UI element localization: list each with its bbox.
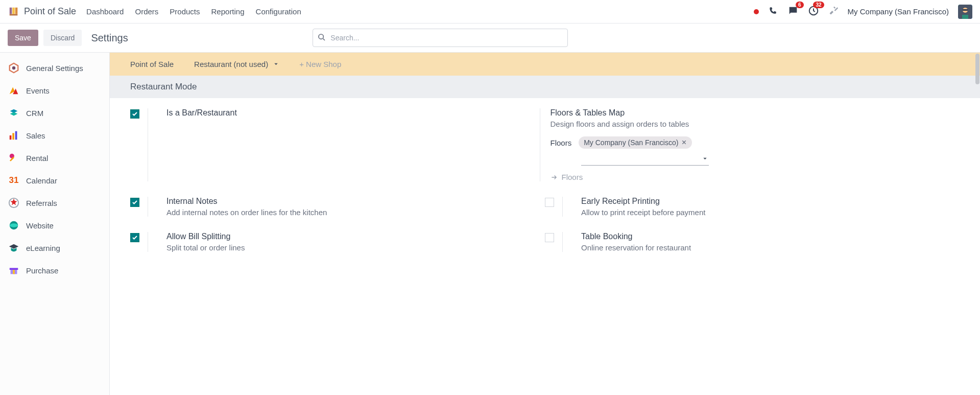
svg-rect-9 <box>12 133 14 140</box>
setting-bill-split: Allow Bill Splitting Split total or orde… <box>130 232 545 252</box>
sidebar-item-sales[interactable]: Sales <box>0 124 109 147</box>
floors-link[interactable]: Floors <box>551 173 960 181</box>
tools-icon[interactable] <box>828 6 839 17</box>
company-selector[interactable]: My Company (San Francisco) <box>848 7 949 16</box>
nav-dashboard[interactable]: Dashboard <box>86 7 124 16</box>
sidebar-item-referrals[interactable]: Referrals <box>0 192 109 214</box>
section-title: Restaurant Mode <box>130 82 197 91</box>
new-shop-button[interactable]: + New Shop <box>299 60 341 68</box>
setting-desc: Add internal notes on order lines for th… <box>166 208 327 217</box>
search-input[interactable] <box>313 29 568 47</box>
page-title: Settings <box>91 32 128 44</box>
svg-rect-16 <box>10 268 18 270</box>
setting-label: Early Receipt Printing <box>581 197 705 206</box>
sidebar-item-rental[interactable]: Rental <box>0 147 109 169</box>
nav-products[interactable]: Products <box>170 7 200 16</box>
sidebar-item-label: Sales <box>26 131 45 140</box>
svg-rect-4 <box>962 15 968 19</box>
arrow-right-icon <box>551 174 558 181</box>
settings-sidebar: General Settings Events CRM Sales Rental… <box>0 53 110 395</box>
check-icon <box>132 235 138 241</box>
check-icon <box>132 199 138 205</box>
nav-orders[interactable]: Orders <box>135 7 158 16</box>
setting-label: Table Booking <box>581 232 691 241</box>
website-icon <box>8 219 20 231</box>
setting-desc: Online reservation for restaurant <box>581 243 691 252</box>
sidebar-item-website[interactable]: Website <box>0 214 109 237</box>
svg-rect-10 <box>15 131 17 140</box>
calendar-icon: 31 <box>8 174 20 187</box>
phone-icon[interactable] <box>768 6 778 17</box>
checkbox-early-receipt[interactable] <box>545 198 554 207</box>
floor-tag-label: My Company (San Francisco) <box>584 138 678 147</box>
sidebar-item-label: Website <box>26 221 54 230</box>
sidebar-item-crm[interactable]: CRM <box>0 102 109 124</box>
topnav-right: 6 32 My Company (San Francisco) <box>754 5 972 19</box>
floors-link-label: Floors <box>562 173 583 181</box>
setting-label: Allow Bill Splitting <box>166 232 245 241</box>
sidebar-item-label: Events <box>26 86 50 95</box>
sidebar-item-events[interactable]: Events <box>0 79 109 102</box>
save-button[interactable]: Save <box>8 30 38 46</box>
recording-indicator-icon <box>754 9 759 14</box>
check-icon <box>132 111 138 117</box>
pos-shop-selected: Restaurant (not used) <box>194 60 268 68</box>
sidebar-item-label: Calendar <box>26 176 57 185</box>
brand[interactable]: Point of Sale <box>8 6 76 18</box>
search-wrap <box>313 29 568 47</box>
settings-body: Is a Bar/Restaurant Floors & Tables Map … <box>110 98 980 277</box>
discard-button[interactable]: Discard <box>43 30 82 46</box>
setting-internal-notes: Internal Notes Add internal notes on ord… <box>130 197 545 217</box>
purchase-icon <box>8 264 20 276</box>
sidebar-item-label: Rental <box>26 154 48 162</box>
nav-configuration[interactable]: Configuration <box>256 7 301 16</box>
pos-selector-bar: Point of Sale Restaurant (not used) + Ne… <box>110 53 980 76</box>
pos-shop-select[interactable]: Restaurant (not used) <box>194 60 279 68</box>
svg-rect-3 <box>963 9 968 11</box>
messages-icon[interactable]: 6 <box>787 5 799 18</box>
settings-row: Is a Bar/Restaurant Floors & Tables Map … <box>130 108 960 181</box>
nav-reporting[interactable]: Reporting <box>211 7 245 16</box>
checkbox-table-booking[interactable] <box>545 233 554 242</box>
content: Point of Sale Restaurant (not used) + Ne… <box>110 53 980 395</box>
pos-logo-icon <box>8 6 20 18</box>
svg-rect-18 <box>13 270 15 274</box>
svg-point-5 <box>319 34 323 39</box>
setting-label: Is a Bar/Restaurant <box>166 108 237 118</box>
setting-is-bar: Is a Bar/Restaurant <box>130 108 540 181</box>
rental-icon <box>8 152 20 164</box>
top-nav: Point of Sale Dashboard Orders Products … <box>0 0 980 24</box>
pos-bar-label: Point of Sale <box>130 60 174 68</box>
sidebar-item-label: eLearning <box>26 244 60 252</box>
checkbox-internal-notes[interactable] <box>130 198 139 207</box>
scrollbar[interactable] <box>975 53 980 395</box>
setting-table-booking: Table Booking Online reservation for res… <box>545 232 960 252</box>
sidebar-item-purchase[interactable]: Purchase <box>0 259 109 282</box>
sidebar-item-calendar[interactable]: 31 Calendar <box>0 169 109 192</box>
svg-point-15 <box>10 223 18 227</box>
user-avatar[interactable] <box>958 5 972 19</box>
floors-dropdown[interactable] <box>581 153 709 166</box>
activities-icon[interactable]: 32 <box>808 5 819 18</box>
floors-field-label: Floors <box>551 138 572 147</box>
setting-early-receipt: Early Receipt Printing Allow to print re… <box>545 197 960 217</box>
sales-icon <box>8 129 20 142</box>
close-icon[interactable] <box>681 138 687 147</box>
checkbox-bill-split[interactable] <box>130 233 139 242</box>
checkbox-is-bar[interactable] <box>130 109 139 119</box>
sidebar-item-elearning[interactable]: eLearning <box>0 237 109 259</box>
messages-badge: 6 <box>796 2 804 8</box>
floor-tag[interactable]: My Company (San Francisco) <box>579 136 692 149</box>
setting-label: Floors & Tables Map <box>551 108 960 118</box>
referrals-icon <box>8 197 20 209</box>
setting-desc: Split total or order lines <box>166 243 245 252</box>
sidebar-item-label: General Settings <box>26 64 83 73</box>
elearning-icon <box>8 242 20 254</box>
nav-links: Dashboard Orders Products Reporting Conf… <box>86 7 301 16</box>
sidebar-item-label: Referrals <box>26 199 57 207</box>
setting-floors-map: Floors & Tables Map Design floors and as… <box>540 108 960 181</box>
activities-badge: 32 <box>813 2 824 8</box>
sidebar-item-general[interactable]: General Settings <box>0 57 109 79</box>
main: General Settings Events CRM Sales Rental… <box>0 52 980 395</box>
hexagon-icon <box>8 62 20 74</box>
